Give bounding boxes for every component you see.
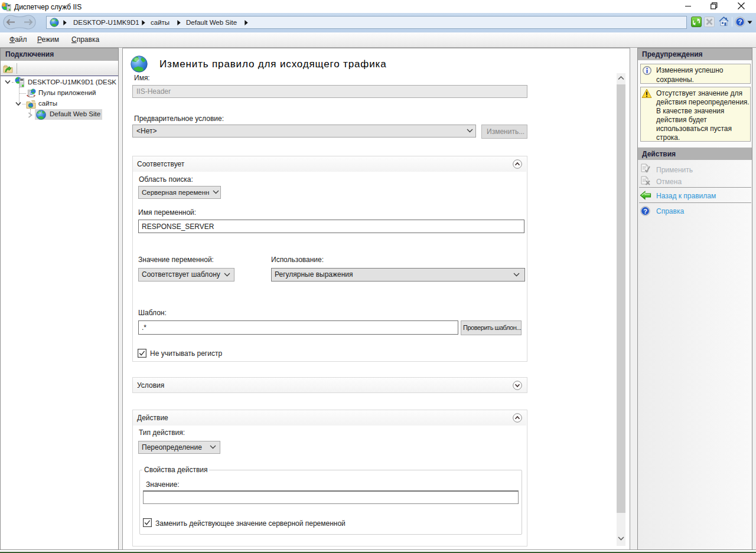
svg-text:?: ?: [738, 18, 742, 25]
svg-text:?: ?: [643, 208, 647, 215]
